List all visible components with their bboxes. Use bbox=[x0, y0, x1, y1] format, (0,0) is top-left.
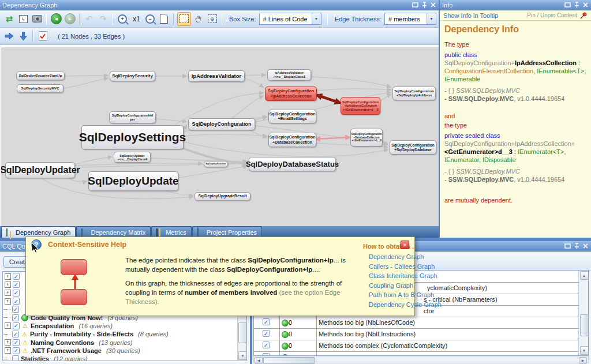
fit-page-icon[interactable] bbox=[158, 13, 170, 25]
graph-node[interactable]: SqlDeploySecurityStartUp bbox=[16, 72, 65, 80]
expander-icon[interactable]: + bbox=[5, 298, 11, 305]
grid-vertical-scrollbar[interactable]: ▲ ▼ bbox=[578, 271, 588, 355]
expander-icon[interactable]: + bbox=[5, 322, 11, 329]
help-link-path-from-a-to-b-graph[interactable]: Path from A to B Graph bbox=[369, 291, 438, 298]
graph-node[interactable]: SqlDeployConfiguration+IpAddressCollecti… bbox=[265, 87, 317, 101]
graph-node[interactable]: SqlDeployDatabaseStatus bbox=[249, 157, 336, 171]
expander-icon[interactable]: + bbox=[5, 273, 11, 280]
query-group-row[interactable]: Statistics(12 queries) bbox=[3, 355, 88, 361]
red-pushpin-icon[interactable] bbox=[579, 12, 588, 19]
scroll-left-icon[interactable]: ◀ bbox=[255, 357, 263, 364]
horizontal-layout-icon[interactable] bbox=[3, 30, 16, 43]
query-group-row[interactable]: +✓ bbox=[3, 280, 21, 288]
graph-node[interactable]: SqlDeployUpdater bbox=[5, 162, 75, 178]
expander-icon[interactable]: + bbox=[5, 339, 11, 346]
scroll-down-icon[interactable]: ▼ bbox=[238, 351, 247, 360]
group-checkbox[interactable]: ✓ bbox=[13, 290, 20, 297]
group-checkbox[interactable]: ✓ bbox=[13, 347, 20, 354]
navigate-back-icon[interactable]: ◀ bbox=[50, 13, 62, 25]
refresh-layout-icon[interactable]: ⇄ bbox=[3, 13, 16, 25]
graph-canvas[interactable]: SqlDeploySecurityStartUpSqlDeploySecurit… bbox=[0, 45, 439, 226]
group-checkbox[interactable]: ✓ bbox=[13, 281, 20, 288]
expander-icon[interactable]: + bbox=[5, 282, 11, 288]
tab-project-properties[interactable]: Project Properties bbox=[192, 226, 262, 238]
graph-node[interactable]: SqlDeployConfigurationHelper bbox=[109, 111, 156, 123]
graph-node[interactable]: SqlDeployConfiguration+EmailSettings bbox=[268, 110, 316, 123]
query-group-row[interactable]: +✓ bbox=[3, 297, 21, 305]
group-checkbox[interactable] bbox=[12, 355, 19, 361]
graph-node[interactable]: SqlDeployConfiguration+IpAddressCollecti… bbox=[341, 97, 380, 115]
pin-icon[interactable] bbox=[574, 243, 579, 250]
group-checkbox[interactable]: ✓ bbox=[13, 298, 20, 305]
scroll-up-icon[interactable]: ▲ bbox=[580, 271, 589, 280]
close-icon[interactable] bbox=[582, 243, 589, 249]
scrollbar-thumb[interactable] bbox=[263, 357, 315, 364]
zoom-in-icon[interactable]: + bbox=[116, 13, 129, 25]
graph-node[interactable]: SqlDeployConfiguration+DatabaseCollectio… bbox=[350, 129, 383, 147]
zoom-selection-icon[interactable]: ⊕ bbox=[206, 13, 219, 25]
box-size-combobox[interactable]: # Lines of Code ▼ bbox=[259, 13, 321, 25]
selection-mode-icon[interactable] bbox=[177, 12, 191, 26]
group-checkbox[interactable]: ✓ bbox=[13, 339, 20, 346]
help-link-dependency-graph[interactable]: Dependency Graph bbox=[369, 253, 438, 260]
tab-dependency-matrix[interactable]: Dependency Matrix bbox=[76, 226, 151, 238]
show-info-tooltip-link[interactable]: Show Info in Tooltip bbox=[443, 12, 498, 19]
graph-node[interactable]: SqlDeployUpgradeResult bbox=[194, 192, 250, 201]
help-link-coupling-graph[interactable]: Coupling Graph bbox=[369, 282, 438, 289]
grid-horizontal-scrollbar[interactable]: ◀ ▶ bbox=[253, 356, 589, 363]
pan-hand-icon[interactable] bbox=[192, 13, 205, 25]
combo-dropdown-icon[interactable]: ▼ bbox=[312, 13, 321, 24]
result-row[interactable]: ✓0Methods too big (NbILInstructions) bbox=[254, 328, 579, 340]
graph-node[interactable]: SqlDeployUpdater+<>c__DisplayClass4 bbox=[114, 152, 151, 163]
graph-node[interactable]: SqlDeployConfiguration+DatabaseCollectio… bbox=[268, 133, 316, 147]
screenshot-camera-icon[interactable] bbox=[31, 13, 43, 25]
graph-node[interactable]: SqlDeployConfiguration+SqlDeployIpAddres… bbox=[392, 87, 436, 100]
vertical-layout-icon[interactable] bbox=[17, 30, 29, 43]
query-group-row[interactable]: +✓ bbox=[3, 289, 21, 297]
group-checkbox[interactable]: ✓ bbox=[12, 314, 19, 321]
group-checkbox[interactable]: ✓ bbox=[13, 273, 20, 280]
group-checkbox[interactable]: ✓ bbox=[12, 306, 19, 313]
result-checkbox[interactable]: ✓ bbox=[263, 330, 270, 337]
tab-dependency-graph[interactable]: Dependency Graph bbox=[1, 226, 76, 238]
graph-node[interactable]: IpAddressValidator+<>c__DisplayClass1 bbox=[267, 69, 311, 81]
help-link-class-inheritance-graph[interactable]: Class Inheritance Graph bbox=[369, 272, 438, 279]
result-checkbox[interactable]: ✓ bbox=[263, 342, 270, 348]
query-group-row[interactable]: ✓ bbox=[3, 305, 21, 313]
graph-node[interactable]: SqlDeploySecurityMVC bbox=[17, 84, 63, 93]
close-icon[interactable] bbox=[430, 2, 436, 8]
export-graph-icon[interactable]: ↳ bbox=[17, 13, 29, 25]
result-row[interactable]: ✓0Methods too big (NbLinesOfCode) bbox=[254, 317, 579, 329]
scroll-right-icon[interactable]: ▶ bbox=[579, 357, 587, 364]
combo-dropdown-icon[interactable]: ▼ bbox=[427, 13, 436, 24]
query-group-row[interactable]: +✓ bbox=[3, 272, 21, 280]
graph-node[interactable]: SqlDeployConfiguration bbox=[188, 118, 255, 130]
result-row[interactable]: ✓0Methods too complex (CyclomaticComplex… bbox=[254, 340, 579, 352]
scrollbar-thumb[interactable] bbox=[580, 314, 589, 336]
group-checkbox[interactable]: ✓ bbox=[13, 322, 20, 329]
tab-metrics[interactable]: Metrics bbox=[151, 226, 191, 238]
graph-node[interactable]: SqlDeploySettings bbox=[81, 125, 184, 149]
graph-node[interactable]: SqlDeploySecurity bbox=[110, 71, 155, 81]
pin-unpin-link[interactable]: Pin / Unpin Content bbox=[527, 12, 577, 18]
minimize-icon[interactable] bbox=[412, 2, 419, 8]
query-group-row[interactable]: +✓⚠Naming Conventions(13 queries) bbox=[3, 338, 133, 346]
query-group-row[interactable]: +✓⚠Encapsulation(16 queries) bbox=[3, 322, 113, 330]
graph-node[interactable]: IpAddressValidator bbox=[188, 70, 245, 82]
edge-thickness-combobox[interactable]: # members ▼ bbox=[384, 13, 436, 25]
graph-node[interactable]: SqlDeployConfiguration+SqlDeployDatabase bbox=[390, 140, 436, 155]
query-group-row[interactable]: +✓⚠.NET Framework Usage(30 queries) bbox=[3, 347, 140, 355]
help-link-dependency-cycle-graph[interactable]: Dependency Cycle Graph bbox=[369, 301, 438, 308]
close-icon[interactable] bbox=[582, 2, 589, 8]
help-link-callers-callees-graph[interactable]: Callers - Callees Graph bbox=[369, 263, 438, 270]
expander-icon[interactable]: + bbox=[5, 290, 11, 296]
scrollbar-thumb[interactable] bbox=[238, 322, 247, 343]
minimize-icon[interactable] bbox=[564, 243, 571, 249]
graph-node[interactable]: SqlDeployUpdate bbox=[88, 171, 178, 191]
zoom-reset-button[interactable]: x1 bbox=[130, 13, 143, 25]
pin-icon[interactable] bbox=[574, 2, 579, 9]
minimize-icon[interactable] bbox=[564, 2, 571, 8]
query-group-row[interactable]: ✓⚠Purity - Immutability - Side-Effects(8… bbox=[3, 330, 169, 338]
result-checkbox[interactable]: ✓ bbox=[263, 318, 270, 325]
scroll-down-icon[interactable]: ▼ bbox=[580, 346, 589, 355]
